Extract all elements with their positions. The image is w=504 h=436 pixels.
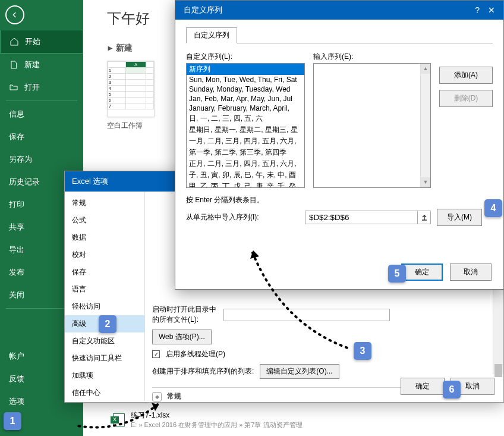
list-item[interactable]: 一月, 二月, 三月, 四月, 五月, 六月, xyxy=(187,136,304,147)
list-item[interactable]: January, February, March, April, xyxy=(187,103,304,113)
custom-lists-listbox[interactable]: 新序列 Sun, Mon, Tue, Wed, Thu, Fri, Sat Su… xyxy=(186,63,305,188)
options-cat-qat[interactable]: 快速访问工具栏 xyxy=(65,350,144,367)
callout-5: 5 xyxy=(388,265,406,283)
options-cat-save[interactable]: 保存 xyxy=(65,264,144,281)
callout-2: 2 xyxy=(99,315,116,333)
recent-file-item[interactable]: 练习7-1.xlsx E: » Excel 2016 在财务管理中的应用 » 第… xyxy=(113,410,303,429)
multithread-checkbox[interactable]: ✓ xyxy=(152,350,160,358)
custom-ok-button[interactable]: 确定 xyxy=(401,264,443,281)
import-from-cells-label: 从单元格中导入序列(I): xyxy=(186,212,299,222)
options-cat-addins[interactable]: 加载项 xyxy=(65,367,144,384)
scroll-down-icon[interactable]: ▼ xyxy=(421,177,430,187)
web-options-button[interactable]: Web 选项(P)... xyxy=(152,330,212,344)
custom-lists-tab[interactable]: 自定义序列 xyxy=(186,27,237,43)
callout-1: 1 xyxy=(4,412,21,430)
import-range-input[interactable] xyxy=(305,211,418,224)
edit-custom-lists-button[interactable]: 编辑自定义列表(O)... xyxy=(260,364,339,379)
list-item[interactable]: Jan, Feb, Mar, Apr, May, Jun, Jul xyxy=(187,94,304,103)
recent-file-path: E: » Excel 2016 在财务管理中的应用 » 第7章 流动资产管理 xyxy=(131,421,303,429)
sidebar-new-label: 新建 xyxy=(24,59,40,70)
custom-lists-label: 自定义序列(L): xyxy=(186,52,305,62)
custom-cancel-button[interactable]: 取消 xyxy=(450,264,492,281)
list-item[interactable]: 正月, 二月, 三月, 四月, 五月, 六月, xyxy=(187,158,304,170)
options-ok-button[interactable]: 确定 xyxy=(401,378,445,395)
dialog-close-icon[interactable]: ✕ xyxy=(488,5,495,15)
home-icon xyxy=(10,37,19,46)
list-item[interactable]: 甲, 乙, 丙, 丁, 戊, 己, 庚, 辛, 壬, 癸 xyxy=(187,181,304,188)
startup-dir-input[interactable] xyxy=(223,309,390,321)
chevron-down-icon: ▾ xyxy=(105,46,114,51)
sidebar-start-label: 开始 xyxy=(25,36,40,47)
custom-dialog-title: 自定义序列 xyxy=(184,5,222,15)
open-folder-icon xyxy=(9,83,18,92)
range-picker-icon[interactable] xyxy=(418,211,431,224)
list-entries-label: 输入序列(E): xyxy=(313,52,431,62)
options-cat-data[interactable]: 数据 xyxy=(65,229,144,246)
section-icon: ◆ xyxy=(152,392,162,402)
sidebar-info[interactable]: 信息 xyxy=(0,103,83,126)
press-enter-instruction: 按 Enter 分隔列表条目。 xyxy=(186,195,493,205)
excel-file-icon xyxy=(113,413,125,426)
import-button[interactable]: 导入(M) xyxy=(437,209,482,226)
startup-dir-label: 启动时打开此目录中的所有文件(L): xyxy=(152,305,218,325)
options-cat-trust[interactable]: 信任中心 xyxy=(65,384,144,401)
sidebar-start[interactable]: 开始 xyxy=(0,30,83,54)
sidebar-save[interactable]: 保存 xyxy=(0,126,83,148)
list-entries-textarea[interactable]: ▲ ▼ xyxy=(313,63,431,188)
sidebar-saveas[interactable]: 另存为 xyxy=(0,148,83,171)
list-item[interactable]: 星期日, 星期一, 星期二, 星期三, 星 xyxy=(187,124,304,136)
options-cat-formulas[interactable]: 公式 xyxy=(65,212,144,229)
entries-scrollbar[interactable]: ▲ ▼ xyxy=(420,64,430,187)
list-item[interactable]: 子, 丑, 寅, 卯, 辰, 巳, 午, 未, 申, 酉 xyxy=(187,170,304,181)
sidebar-new[interactable]: 新建 xyxy=(0,54,83,76)
back-button[interactable] xyxy=(0,0,30,30)
options-cat-easeaccess[interactable]: 轻松访问 xyxy=(65,298,144,315)
options-cat-customribbon[interactable]: 自定义功能区 xyxy=(65,333,144,350)
new-file-icon xyxy=(9,60,18,70)
blank-workbook-thumb[interactable]: A 1234567 xyxy=(107,61,155,117)
sidebar-open[interactable]: 打开 xyxy=(0,76,83,99)
options-cat-general[interactable]: 常规 xyxy=(65,195,144,212)
options-cat-proofing[interactable]: 校对 xyxy=(65,246,144,264)
scroll-up-icon[interactable]: ▲ xyxy=(421,64,430,74)
list-item[interactable]: Sun, Mon, Tue, Wed, Thu, Fri, Sat xyxy=(187,75,304,84)
options-cat-language[interactable]: 语言 xyxy=(65,281,144,298)
callout-6: 6 xyxy=(443,381,461,399)
add-button[interactable]: 添加(A) xyxy=(439,67,493,84)
options-category-list: 常规 公式 数据 校对 保存 语言 轻松访问 高级 自定义功能区 快速访问工具栏… xyxy=(65,192,145,401)
custom-lists-dialog: 自定义序列 ? ✕ 自定义序列 自定义序列(L): 新序列 Sun, Mon, … xyxy=(175,0,504,290)
list-item[interactable]: 新序列 xyxy=(187,64,304,75)
recent-file-name: 练习7-1.xlsx xyxy=(131,410,303,421)
customlist-label: 创建用于排序和填充序列的列表: xyxy=(152,366,254,377)
list-item[interactable]: Sunday, Monday, Tuesday, Wed xyxy=(187,84,304,94)
section-general-hdr: 常规 xyxy=(167,392,181,400)
list-item[interactable]: 第一季, 第二季, 第三季, 第四季 xyxy=(187,147,304,158)
list-item[interactable]: 日, 一, 二, 三, 四, 五, 六 xyxy=(187,113,304,124)
callout-3: 3 xyxy=(354,342,371,360)
back-arrow-icon xyxy=(5,5,24,24)
custom-dialog-titlebar: 自定义序列 ? ✕ xyxy=(175,1,503,20)
callout-4: 4 xyxy=(484,199,502,217)
multithread-label: 启用多线程处理(P) xyxy=(166,349,225,359)
sidebar-open-label: 打开 xyxy=(24,82,40,93)
delete-button[interactable]: 删除(D) xyxy=(439,90,493,107)
dialog-help-icon[interactable]: ? xyxy=(475,5,480,15)
